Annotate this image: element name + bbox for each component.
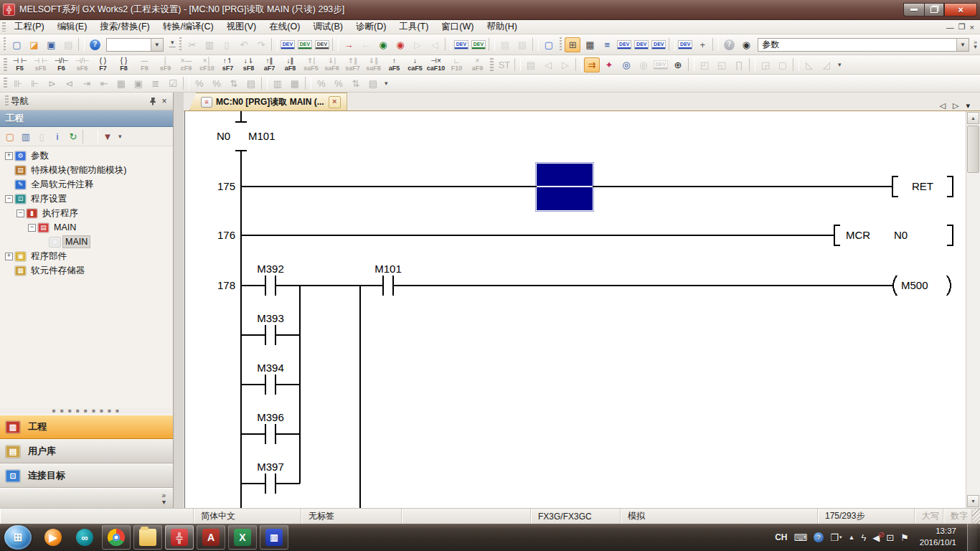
tree-item-parameter[interactable]: + ⚙ 参数 [0,149,173,163]
toolbar3-grip[interactable] [4,77,7,90]
invert-result-button[interactable]: ⊣×caF10 [426,57,446,73]
ratio1-icon[interactable]: % [314,76,329,91]
menu-view[interactable]: 视图(V) [220,19,263,34]
toolbar-icon[interactable] [749,58,755,71]
nav-grip[interactable] [5,95,9,108]
menu-online[interactable]: 在线(O) [263,19,306,34]
edit-connection-button[interactable]: ✦ [601,57,617,72]
nav-tools-overflow[interactable]: ▾ [117,133,123,140]
device-test-skip1-button[interactable]: ◰ [697,57,712,72]
panel-splitter[interactable] [174,93,184,508]
note-button[interactable]: ▨ [514,37,530,52]
menu-compile[interactable]: 转换/编译(C) [156,19,220,34]
toolbar-icon[interactable] [183,77,189,90]
nav-tool[interactable] [83,130,98,143]
parallel-falling-button[interactable]: ↓∥aF8 [281,57,300,73]
refresh-button[interactable]: ↻ [66,130,80,143]
device-find-button[interactable]: DEV [616,37,632,52]
data-info-button[interactable]: i [50,130,65,143]
show-desktop-button[interactable] [967,524,977,551]
watch-stop-button[interactable]: ◉ [392,37,408,52]
taskbar-explorer-button[interactable] [133,525,162,550]
scroll-up-icon[interactable]: ▲ [967,112,979,124]
help2-button[interactable]: ? [721,37,737,52]
menu-edit[interactable]: 编辑(E) [51,19,94,34]
ime-language-indicator[interactable]: CH [775,532,787,542]
toolbar-icon[interactable] [688,58,694,71]
close-button[interactable]: × [944,3,977,17]
menu-tool[interactable]: 工具(T) [392,19,435,34]
open-contact-button[interactable]: ⊣ ⊢F5 [10,57,29,73]
rising-pulse-button[interactable]: ↑↿sF7 [218,57,237,73]
tree-item-exec-program[interactable]: − ▮ 执行程序 [0,206,173,220]
expand-icon[interactable]: − [28,224,36,232]
toolbar-icon[interactable] [261,77,268,90]
toolbar-icon[interactable] [793,58,799,71]
trace-icon[interactable]: ▣ [131,76,146,91]
help-tray-icon[interactable]: ? [814,532,824,542]
cut-button[interactable]: ✂ [184,37,200,52]
minimize-button[interactable] [903,3,924,17]
connection-toggle-button[interactable]: ⇉ [584,57,600,72]
device-batch-button[interactable]: DEV [633,37,649,52]
child-close-button[interactable]: × [970,23,974,32]
parallel-rising-button[interactable]: ↑∥aF7 [260,57,279,73]
outline-list-button[interactable]: ≡ [599,37,615,52]
document-tab[interactable]: ≡ MC:N0 [PRG]读取 MAIN (... × [189,93,347,110]
skip-forward-button[interactable]: ▷ [410,37,425,52]
find-dev3-button[interactable]: ◲ [758,57,773,72]
nav-button-user-library[interactable]: ▤ 用户库 [0,439,173,463]
undo-button[interactable]: ↶ [236,37,252,52]
vertical-scrollbar[interactable]: ▲ ▼ [966,111,980,508]
batch-icon[interactable]: ▤ [243,76,259,91]
nav-button-project[interactable]: ▥ 工程 [0,415,173,439]
monitor-stop-button[interactable]: ← [358,37,374,52]
taskbar-excel-button[interactable]: X [228,525,257,550]
monitor-write-icon[interactable]: ⊲ [62,76,77,91]
toolbar1-grip[interactable] [4,37,6,52]
taskbar-autocad-button[interactable]: A [197,525,225,550]
print-button[interactable]: ▤ [60,37,76,52]
tree-item-program-parts[interactable]: + ▣ 程序部件 [0,249,173,263]
device-ref-button[interactable]: DEV [651,37,666,52]
combo-dropdown-icon[interactable]: ▼ [151,39,163,51]
toolbar-icon[interactable] [532,38,539,51]
menu-help[interactable]: 帮助(H) [480,19,523,34]
nav-button-connection[interactable]: ⊡ 连接目标 [0,463,173,488]
read-mode-icon[interactable]: ⊩ [27,76,43,91]
new-data-button[interactable]: ▢ [3,130,17,143]
dev-use3-icon[interactable]: ▥ [270,76,286,91]
child-minimize-button[interactable]: — [946,23,954,32]
network-icon[interactable]: ⊡ [886,532,894,543]
watch-start-button[interactable]: ◉ [375,37,391,52]
restore-button[interactable] [924,3,944,17]
plc-write-button[interactable]: DEV [280,37,296,52]
skip-back-button[interactable]: ◁ [427,37,443,52]
toolbar1-overflow[interactable]: ▾— [168,39,177,51]
statement-button[interactable]: ▤ [497,37,513,52]
device-display-button[interactable]: DEV [677,37,693,52]
open-button[interactable]: ◪ [26,37,42,52]
rising-result-button[interactable]: ↑aF5 [385,57,404,73]
swap-icon[interactable]: ⇅ [226,76,242,91]
save-button[interactable]: ▣ [43,37,59,52]
action-center-flag-icon[interactable]: ⚑ [900,532,909,543]
expand-icon[interactable]: − [5,195,13,203]
find-contact-coil-button[interactable]: ◎ [618,57,634,72]
toolbar1b-grip[interactable] [179,37,182,52]
window-prev-button[interactable]: ▢ [775,57,791,72]
del-branch-button[interactable]: ×aF9 [468,57,487,73]
zoom-button[interactable]: ⊕ [670,57,686,72]
coil-button[interactable]: ( )F7 [93,57,113,73]
cursor-find-button[interactable]: + [694,37,710,52]
check-program-icon[interactable]: ☑ [165,76,181,91]
del-hline-button[interactable]: ×—cF9 [176,57,196,73]
find-next-button[interactable]: ▷ [557,57,573,72]
paste-button[interactable]: ▯ [219,37,235,52]
edit-mode-icon[interactable]: ⊪ [10,76,26,91]
plc-verify-button[interactable]: DEV [314,37,330,52]
toolbar-icon[interactable] [575,58,582,71]
pin-icon[interactable] [147,95,159,107]
menu-find-replace[interactable]: 搜索/替换(F) [93,19,156,34]
scrollbar-thumb[interactable] [967,126,979,173]
